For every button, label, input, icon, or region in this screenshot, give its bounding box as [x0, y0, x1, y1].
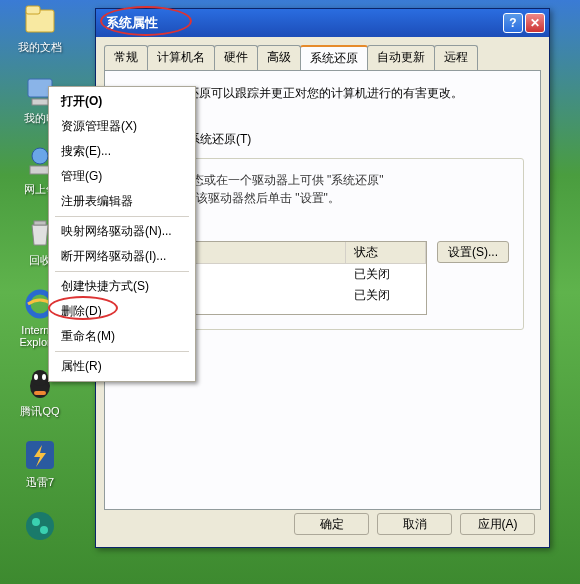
tab-hardware[interactable]: 硬件: [214, 45, 258, 70]
apply-button[interactable]: 应用(A): [460, 513, 535, 535]
ctx-regedit[interactable]: 注册表编辑器: [51, 189, 193, 214]
ctx-open[interactable]: 打开(O): [51, 89, 193, 114]
ctx-properties[interactable]: 属性(R): [51, 354, 193, 379]
ctx-map-drive[interactable]: 映射网络驱动器(N)...: [51, 219, 193, 244]
xunlei-icon[interactable]: 迅雷7: [10, 437, 70, 490]
context-menu: 打开(O) 资源管理器(X) 搜索(E)... 管理(G) 注册表编辑器 映射网…: [48, 86, 196, 382]
cancel-button[interactable]: 取消: [377, 513, 452, 535]
tab-advanced[interactable]: 高级: [257, 45, 301, 70]
restore-description: 系统还原可以跟踪并更正对您的计算机进行的有害更改。: [163, 85, 463, 102]
help-button[interactable]: ?: [503, 13, 523, 33]
svg-point-16: [40, 526, 48, 534]
close-button[interactable]: ✕: [525, 13, 545, 33]
ctx-delete[interactable]: 删除(D): [51, 299, 193, 324]
window-title: 系统属性: [106, 14, 158, 32]
ctx-manage[interactable]: 管理(G): [51, 164, 193, 189]
media-icon[interactable]: [10, 508, 70, 546]
ctx-sep: [55, 351, 189, 352]
tab-system-restore[interactable]: 系统还原: [300, 45, 368, 70]
ctx-rename[interactable]: 重命名(M): [51, 324, 193, 349]
svg-rect-5: [30, 166, 50, 174]
ctx-search[interactable]: 搜索(E)...: [51, 139, 193, 164]
svg-rect-6: [34, 221, 46, 225]
svg-point-4: [32, 148, 48, 164]
tab-remote[interactable]: 远程: [434, 45, 478, 70]
svg-rect-12: [34, 391, 46, 395]
titlebar[interactable]: 系统属性 ? ✕: [96, 9, 549, 37]
svg-point-15: [32, 518, 40, 526]
col-status-header[interactable]: 状态: [346, 242, 426, 263]
ctx-disconnect-drive[interactable]: 断开网络驱动器(I)...: [51, 244, 193, 269]
svg-point-11: [42, 374, 46, 380]
tab-bar: 常规 计算机名 硬件 高级 系统还原 自动更新 远程: [104, 45, 541, 70]
tab-auto-update[interactable]: 自动更新: [367, 45, 435, 70]
drive-settings-button[interactable]: 设置(S)...: [437, 241, 509, 263]
my-documents-icon[interactable]: 我的文档: [10, 2, 70, 55]
svg-rect-1: [26, 6, 40, 14]
ctx-explorer[interactable]: 资源管理器(X): [51, 114, 193, 139]
svg-point-10: [34, 374, 38, 380]
ctx-sep: [55, 216, 189, 217]
ok-button[interactable]: 确定: [294, 513, 369, 535]
svg-rect-3: [32, 99, 48, 105]
ctx-shortcut[interactable]: 创建快捷方式(S): [51, 274, 193, 299]
tab-computer-name[interactable]: 计算机名: [147, 45, 215, 70]
dialog-buttons: 确定 取消 应用(A): [294, 513, 535, 535]
ctx-sep: [55, 271, 189, 272]
tab-general[interactable]: 常规: [104, 45, 148, 70]
svg-point-14: [26, 512, 54, 540]
